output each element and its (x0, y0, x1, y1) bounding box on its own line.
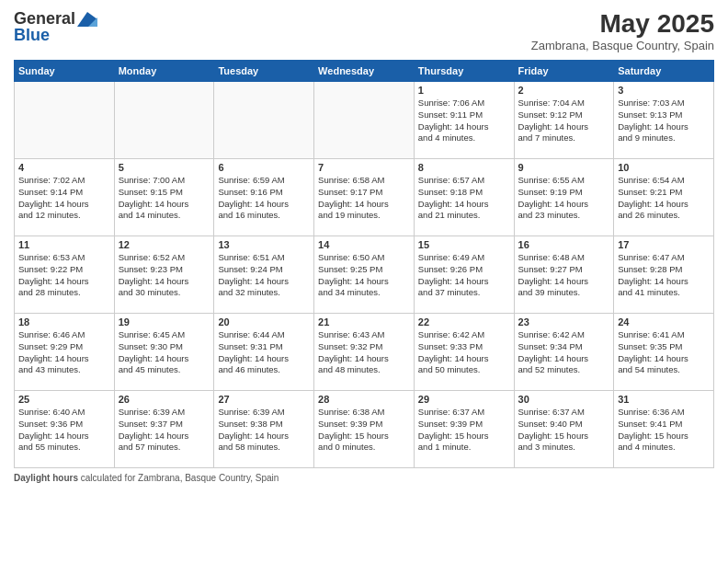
day-number: 9 (518, 162, 610, 173)
day-number: 21 (318, 316, 410, 327)
day-info: Sunrise: 6:43 AMSunset: 9:32 PMDaylight:… (318, 329, 410, 376)
calendar-cell: 28Sunrise: 6:38 AMSunset: 9:39 PMDayligh… (314, 391, 415, 468)
calendar-cell: 20Sunrise: 6:44 AMSunset: 9:31 PMDayligh… (214, 314, 314, 391)
weekday-header-thursday: Thursday (414, 61, 514, 82)
calendar-cell: 11Sunrise: 6:53 AMSunset: 9:22 PMDayligh… (15, 236, 115, 314)
day-info: Sunrise: 6:42 AMSunset: 9:34 PMDaylight:… (518, 329, 610, 376)
day-info: Sunrise: 7:03 AMSunset: 9:13 PMDaylight:… (618, 98, 710, 144)
calendar-cell: 31Sunrise: 6:36 AMSunset: 9:41 PMDayligh… (614, 391, 714, 468)
day-info: Sunrise: 6:50 AMSunset: 9:25 PMDaylight:… (318, 252, 410, 299)
weekday-header-friday: Friday (514, 61, 614, 82)
day-number: 3 (618, 85, 710, 96)
calendar-cell: 18Sunrise: 6:46 AMSunset: 9:29 PMDayligh… (15, 314, 115, 391)
day-number: 31 (618, 394, 710, 405)
header: General Blue May 2025 Zambrana, Basque C… (14, 9, 714, 52)
day-info: Sunrise: 6:48 AMSunset: 9:27 PMDaylight:… (518, 252, 610, 299)
day-number: 5 (119, 162, 210, 173)
calendar-cell: 2Sunrise: 7:04 AMSunset: 9:12 PMDaylight… (514, 82, 614, 159)
calendar-cell: 23Sunrise: 6:42 AMSunset: 9:34 PMDayligh… (514, 314, 614, 391)
calendar-cell: 15Sunrise: 6:49 AMSunset: 9:26 PMDayligh… (414, 236, 514, 314)
day-info: Sunrise: 6:40 AMSunset: 9:36 PMDaylight:… (18, 407, 110, 454)
day-info: Sunrise: 6:38 AMSunset: 9:39 PMDaylight:… (318, 407, 410, 454)
day-number: 6 (218, 162, 310, 173)
calendar-cell: 25Sunrise: 6:40 AMSunset: 9:36 PMDayligh… (15, 391, 115, 468)
calendar-week-5: 25Sunrise: 6:40 AMSunset: 9:36 PMDayligh… (15, 391, 714, 468)
calendar-cell: 7Sunrise: 6:58 AMSunset: 9:17 PMDaylight… (314, 159, 415, 236)
day-number: 8 (418, 162, 510, 173)
day-info: Sunrise: 6:54 AMSunset: 9:21 PMDaylight:… (618, 175, 710, 222)
day-number: 14 (318, 239, 410, 250)
day-number: 7 (318, 162, 410, 173)
calendar-cell (214, 82, 314, 159)
day-number: 11 (18, 239, 110, 250)
calendar-cell: 19Sunrise: 6:45 AMSunset: 9:30 PMDayligh… (114, 314, 214, 391)
day-info: Sunrise: 6:58 AMSunset: 9:17 PMDaylight:… (318, 175, 410, 222)
day-info: Sunrise: 6:46 AMSunset: 9:29 PMDaylight:… (18, 329, 110, 376)
calendar-cell: 21Sunrise: 6:43 AMSunset: 9:32 PMDayligh… (314, 314, 415, 391)
day-number: 15 (418, 239, 510, 250)
calendar-week-1: 1Sunrise: 7:06 AMSunset: 9:11 PMDaylight… (15, 82, 714, 159)
day-info: Sunrise: 6:39 AMSunset: 9:37 PMDaylight:… (119, 407, 210, 454)
day-info: Sunrise: 6:51 AMSunset: 9:24 PMDaylight:… (218, 252, 310, 299)
day-info: Sunrise: 7:04 AMSunset: 9:12 PMDaylight:… (518, 98, 610, 144)
calendar-cell: 17Sunrise: 6:47 AMSunset: 9:28 PMDayligh… (614, 236, 714, 314)
day-number: 16 (518, 239, 610, 250)
calendar-cell: 12Sunrise: 6:52 AMSunset: 9:23 PMDayligh… (114, 236, 214, 314)
page: General Blue May 2025 Zambrana, Basque C… (0, 0, 728, 563)
day-info: Sunrise: 6:52 AMSunset: 9:23 PMDaylight:… (119, 252, 210, 299)
weekday-header-sunday: Sunday (15, 61, 115, 82)
logo-blue: Blue (14, 26, 97, 45)
day-number: 2 (518, 85, 610, 96)
weekday-header-saturday: Saturday (614, 61, 714, 82)
day-number: 22 (418, 316, 510, 327)
footer: Daylight hours calculated for Zambrana, … (14, 473, 714, 483)
day-number: 27 (218, 394, 310, 405)
day-info: Sunrise: 6:37 AMSunset: 9:40 PMDaylight:… (518, 407, 610, 454)
logo: General Blue (14, 9, 97, 45)
day-number: 25 (18, 394, 110, 405)
day-number: 28 (318, 394, 410, 405)
calendar-cell: 8Sunrise: 6:57 AMSunset: 9:18 PMDaylight… (414, 159, 514, 236)
calendar-cell: 1Sunrise: 7:06 AMSunset: 9:11 PMDaylight… (414, 82, 514, 159)
day-info: Sunrise: 7:06 AMSunset: 9:11 PMDaylight:… (418, 98, 510, 144)
calendar-cell: 4Sunrise: 7:02 AMSunset: 9:14 PMDaylight… (15, 159, 115, 236)
day-number: 18 (18, 316, 110, 327)
day-info: Sunrise: 6:59 AMSunset: 9:16 PMDaylight:… (218, 175, 310, 222)
month-title: May 2025 (531, 9, 714, 39)
calendar-header-row: SundayMondayTuesdayWednesdayThursdayFrid… (15, 61, 714, 82)
calendar-cell: 9Sunrise: 6:55 AMSunset: 9:19 PMDaylight… (514, 159, 614, 236)
calendar-table: SundayMondayTuesdayWednesdayThursdayFrid… (14, 60, 714, 468)
day-number: 30 (518, 394, 610, 405)
day-info: Sunrise: 6:44 AMSunset: 9:31 PMDaylight:… (218, 329, 310, 376)
day-info: Sunrise: 7:02 AMSunset: 9:14 PMDaylight:… (18, 175, 110, 222)
day-number: 19 (119, 316, 210, 327)
title-area: May 2025 Zambrana, Basque Country, Spain (531, 9, 714, 52)
location: Zambrana, Basque Country, Spain (531, 39, 714, 52)
day-number: 17 (618, 239, 710, 250)
day-info: Sunrise: 6:42 AMSunset: 9:33 PMDaylight:… (418, 329, 510, 376)
calendar-cell: 6Sunrise: 6:59 AMSunset: 9:16 PMDaylight… (214, 159, 314, 236)
day-info: Sunrise: 6:57 AMSunset: 9:18 PMDaylight:… (418, 175, 510, 222)
day-info: Sunrise: 6:36 AMSunset: 9:41 PMDaylight:… (618, 407, 710, 454)
calendar-week-4: 18Sunrise: 6:46 AMSunset: 9:29 PMDayligh… (15, 314, 714, 391)
calendar-cell: 3Sunrise: 7:03 AMSunset: 9:13 PMDaylight… (614, 82, 714, 159)
calendar-cell: 24Sunrise: 6:41 AMSunset: 9:35 PMDayligh… (614, 314, 714, 391)
day-number: 29 (418, 394, 510, 405)
day-number: 13 (218, 239, 310, 250)
calendar-cell (314, 82, 415, 159)
day-number: 20 (218, 316, 310, 327)
calendar-cell: 27Sunrise: 6:39 AMSunset: 9:38 PMDayligh… (214, 391, 314, 468)
calendar-cell (114, 82, 214, 159)
calendar-cell (15, 82, 115, 159)
calendar-cell: 13Sunrise: 6:51 AMSunset: 9:24 PMDayligh… (214, 236, 314, 314)
day-info: Sunrise: 6:47 AMSunset: 9:28 PMDaylight:… (618, 252, 710, 299)
day-info: Sunrise: 6:49 AMSunset: 9:26 PMDaylight:… (418, 252, 510, 299)
weekday-header-tuesday: Tuesday (214, 61, 314, 82)
calendar-cell: 14Sunrise: 6:50 AMSunset: 9:25 PMDayligh… (314, 236, 415, 314)
day-number: 26 (119, 394, 210, 405)
calendar-cell: 30Sunrise: 6:37 AMSunset: 9:40 PMDayligh… (514, 391, 614, 468)
day-number: 1 (418, 85, 510, 96)
day-info: Sunrise: 7:00 AMSunset: 9:15 PMDaylight:… (119, 175, 210, 222)
calendar-cell: 26Sunrise: 6:39 AMSunset: 9:37 PMDayligh… (114, 391, 214, 468)
day-info: Sunrise: 6:45 AMSunset: 9:30 PMDaylight:… (119, 329, 210, 376)
